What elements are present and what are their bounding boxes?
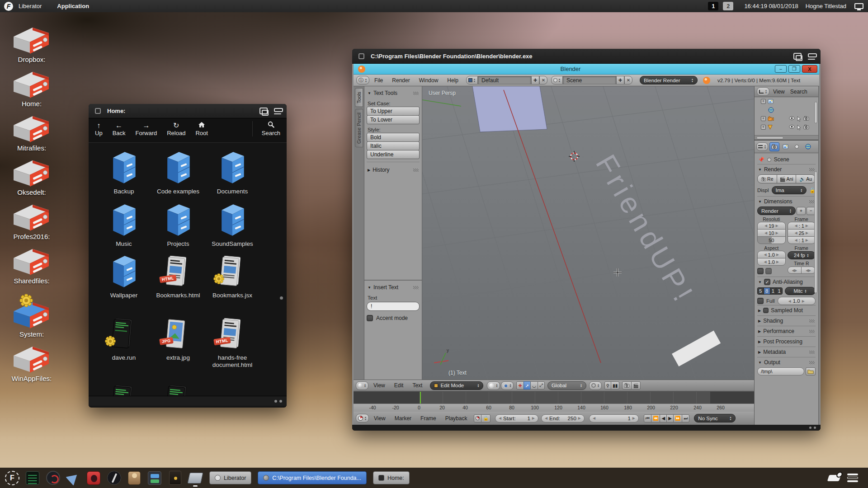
- display-mode-select[interactable]: Ima▲▼: [772, 186, 807, 194]
- sampled-motion-panel-header[interactable]: ▶ Sampled Mot: [757, 305, 816, 315]
- file-item-music[interactable]: Music: [109, 202, 139, 254]
- frame-end-field[interactable]: ◀25▶: [788, 229, 816, 237]
- panel-grip-icon[interactable]: [809, 361, 815, 364]
- current-frame-marker[interactable]: [420, 392, 421, 404]
- expand-icon[interactable]: +: [761, 116, 766, 121]
- minimize-window-icon[interactable]: [808, 53, 816, 60]
- tab-render-properties[interactable]: [769, 142, 779, 151]
- file-item-dave-run[interactable]: dave.run: [109, 316, 139, 383]
- performance-panel-header[interactable]: ▶Performance: [757, 326, 816, 336]
- desktop-icon-sharedfiles[interactable]: Sharedfiles:: [5, 240, 59, 285]
- layout-name[interactable]: Default: [478, 76, 531, 84]
- visibility-eye-icon[interactable]: [789, 116, 795, 120]
- viewport-menu-edit[interactable]: Edit: [390, 382, 408, 389]
- orientation-select[interactable]: Global ▲▼: [547, 381, 586, 390]
- scene-selector[interactable]: ▲▼ Scene ✚ ✕: [551, 76, 632, 84]
- render-animation-button[interactable]: 🎬Ani: [777, 174, 797, 183]
- outliner-row-camera[interactable]: +: [755, 114, 818, 123]
- end-frame-field[interactable]: ◀End: 250▶: [541, 414, 585, 422]
- back-button[interactable]: ← Back: [113, 121, 126, 136]
- forward-button[interactable]: → Forward: [136, 121, 157, 136]
- opengl-render-icon[interactable]: [622, 381, 632, 389]
- blender-titlebar[interactable]: Blender − ❐ X: [354, 64, 819, 75]
- aa-samples-5[interactable]: 5: [758, 288, 764, 294]
- menu-help[interactable]: Help: [443, 77, 462, 84]
- plane-object[interactable]: [472, 86, 547, 132]
- opengl-anim-icon[interactable]: 🎬: [631, 381, 640, 389]
- file-item-bookmarks-jsx[interactable]: Bookmarks.jsx: [212, 254, 252, 316]
- resize-grip-dot[interactable]: [279, 400, 282, 403]
- resolution-percentage-slider[interactable]: 50: [757, 236, 786, 244]
- menu-liberator[interactable]: Liberator: [19, 3, 42, 9]
- fm-titlebar[interactable]: Home:: [89, 104, 287, 118]
- insert-text-panel-header[interactable]: ▼ Insert Text: [367, 282, 420, 292]
- shading-panel-header[interactable]: ▶Shading: [757, 315, 816, 326]
- expand-icon[interactable]: +: [761, 99, 766, 104]
- border-checkbox[interactable]: [757, 268, 764, 274]
- render-panel-header[interactable]: ▼Render: [757, 164, 816, 174]
- desktop-icon-home[interactable]: Home:: [5, 63, 59, 108]
- tray-drive-icon[interactable]: [827, 475, 841, 481]
- workspace-2-badge[interactable]: 2: [723, 2, 733, 10]
- add-scene-button[interactable]: ✚: [616, 76, 624, 84]
- render-audio-button[interactable]: 🔊Au: [796, 174, 816, 183]
- current-frame-field[interactable]: ◀ 1▶: [589, 414, 639, 422]
- crop-checkbox[interactable]: [765, 268, 772, 274]
- gauge-icon[interactable]: [45, 470, 61, 486]
- minimized-app-icon[interactable]: [188, 470, 203, 486]
- avatar-app-icon[interactable]: [127, 470, 142, 486]
- viewport-menu-text[interactable]: Text: [408, 382, 426, 389]
- to-upper-button[interactable]: To Upper: [367, 107, 420, 116]
- blender-frame-titlebar[interactable]: C:\Program Files\Blender Foundation\Blen…: [352, 49, 821, 64]
- viewport-shading-button[interactable]: ▲▼: [487, 381, 500, 390]
- timeline-ruler[interactable]: -40 -20 0 20 40 60 80 100 120 140 160 18…: [354, 391, 754, 411]
- viewport-editor-type-button[interactable]: ▲▼: [356, 381, 368, 390]
- render-engine-select[interactable]: Blender Render ▲▼: [640, 76, 698, 84]
- tab-tools[interactable]: Tools: [355, 88, 363, 107]
- file-item-backup[interactable]: Backup: [109, 150, 139, 202]
- file-item-code-examples[interactable]: Code examples: [157, 150, 199, 202]
- properties-editor-type-button[interactable]: ▲▼: [756, 142, 768, 151]
- mode-select[interactable]: Edit Mode ▲▼: [430, 381, 483, 390]
- time-remap-old-field[interactable]: ◀▶: [788, 267, 802, 274]
- file-item-partial[interactable]: [109, 383, 139, 396]
- file-item-bookmarks-html[interactable]: HTML Bookmarks.html: [156, 254, 200, 316]
- panel-grip-icon[interactable]: [809, 168, 815, 171]
- jump-to-start-button[interactable]: ⏮: [644, 414, 651, 422]
- aa-full-sample-checkbox[interactable]: [757, 298, 764, 304]
- delete-layout-button[interactable]: ✕: [539, 76, 547, 84]
- output-browse-button[interactable]: [806, 367, 816, 375]
- friend-logo-icon[interactable]: F: [4, 2, 13, 11]
- file-item-projects[interactable]: Projects: [163, 202, 193, 254]
- frame-step-field[interactable]: ◀: 1▶: [788, 236, 816, 244]
- history-panel-header[interactable]: ▶ History: [367, 165, 420, 175]
- stack-windows-icon[interactable]: [793, 53, 802, 60]
- up-button[interactable]: ↑ Up: [95, 121, 103, 136]
- output-panel-header[interactable]: ▼Output: [757, 357, 816, 367]
- render-preset-select[interactable]: Render▲▼: [757, 206, 796, 215]
- preset-add-button[interactable]: +: [797, 207, 806, 215]
- manipulator-axes-icon[interactable]: ✚: [516, 381, 524, 389]
- media-app-icon[interactable]: [86, 470, 101, 486]
- to-lower-button[interactable]: To Lower: [367, 115, 420, 124]
- fps-select[interactable]: 24 fp▲▼: [788, 251, 816, 259]
- desktop-icon-mitrafiles[interactable]: Mitrafiles:: [5, 108, 59, 152]
- screen-layout-selector[interactable]: ▲▼ Default ✚ ✕: [466, 76, 547, 84]
- aspect-y-field[interactable]: ◀1.0▶: [757, 258, 786, 266]
- desktop-icon-profes2016[interactable]: Profes2016:: [5, 196, 59, 240]
- resize-grip-dot[interactable]: [809, 427, 811, 429]
- properties-scrollbar[interactable]: [814, 171, 817, 293]
- pivot-center-button[interactable]: ▲▼: [501, 381, 514, 390]
- outliner-menu-search[interactable]: Search: [788, 89, 809, 95]
- viewport-3d[interactable]: FriendUP! y: [422, 86, 754, 380]
- outliner-scrollbar[interactable]: [814, 102, 817, 123]
- workspace-1-badge[interactable]: 1: [708, 2, 718, 10]
- outliner-row-world[interactable]: [755, 106, 818, 114]
- bold-button[interactable]: Bold: [367, 133, 420, 142]
- menu-window[interactable]: Window: [415, 77, 443, 84]
- render-still-button[interactable]: Re: [757, 174, 777, 183]
- display-icon[interactable]: [854, 3, 863, 9]
- resolution-y-field[interactable]: ◀10▶: [757, 229, 786, 237]
- reload-button[interactable]: ↻ Reload: [167, 121, 185, 136]
- stack-windows-icon[interactable]: [259, 108, 268, 114]
